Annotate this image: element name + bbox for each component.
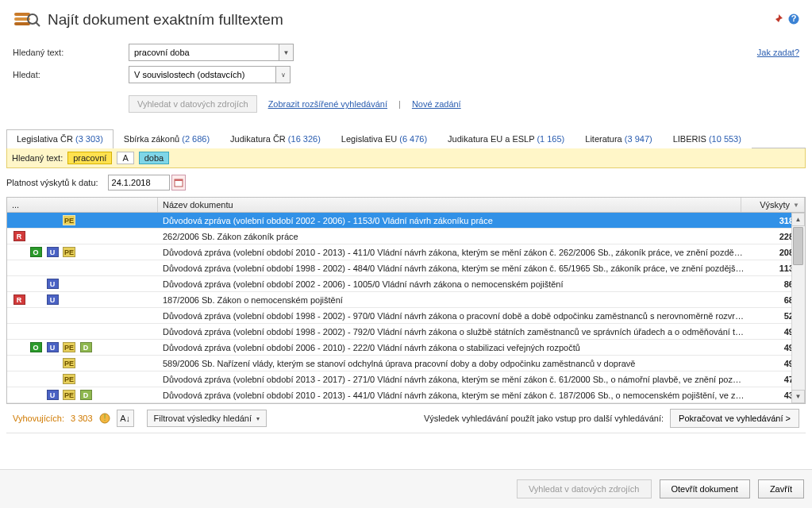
row-badges: OUPED (7, 342, 158, 352)
badge-u: U (47, 279, 59, 289)
search-text-row: Hledaný text: ▼ Jak zadat? (0, 41, 812, 64)
row-badges: OUPE (7, 247, 158, 257)
table-row[interactable]: PE589/2006 Sb. Nařízení vlády, kterým se… (7, 356, 805, 371)
search-text-input[interactable] (129, 44, 279, 61)
column-header-count-label: Výskyty (760, 200, 790, 210)
advanced-search-link[interactable]: Zobrazit rozšířené vyhledávání (268, 99, 387, 109)
table-row[interactable]: RU187/2006 Sb. Zákon o nemocenském pojiš… (7, 292, 805, 308)
svg-rect-2 (14, 22, 30, 25)
tab-sb-rka-z-kon-[interactable]: Sbírka zákonů (2 686) (114, 129, 220, 148)
row-name: 187/2006 Sb. Zákon o nemocenském pojiště… (158, 295, 749, 305)
close-button[interactable]: Zavřít (758, 479, 804, 498)
table-row[interactable]: OUPEDDůvodová zpráva (volební období 200… (7, 340, 805, 356)
badge-u: U (47, 247, 59, 257)
search-text-label: Hledaný text: (13, 48, 129, 57)
badge-pe: PE (63, 390, 75, 400)
svg-line-4 (36, 22, 40, 26)
calendar-button[interactable] (171, 175, 186, 190)
row-badges: PE (7, 215, 158, 225)
tab-judikatura-eu-a-eslp[interactable]: Judikatura EU a ESLP (1 165) (437, 129, 575, 148)
scroll-down-button[interactable]: ▼ (791, 390, 805, 403)
row-badges: UPED (7, 390, 158, 400)
search-scope-select[interactable] (129, 66, 276, 83)
new-query-link[interactable]: Nové zadání (412, 99, 461, 109)
row-name: Důvodová zpráva (volební období 2002 - 2… (158, 279, 749, 289)
column-header-name[interactable]: Název dokumentu (158, 198, 741, 212)
scroll-up-button[interactable]: ▲ (791, 213, 805, 226)
row-badges: PE (7, 374, 158, 384)
search-sources-button: Vyhledat v datových zdrojích (517, 479, 652, 498)
row-name: Důvodová zpráva (volební období 1998 - 2… (158, 311, 749, 321)
how-to-enter-link[interactable]: Jak zadat? (757, 48, 799, 57)
tab-label: LIBERIS (673, 134, 706, 144)
sort-az-button[interactable]: A↓ (117, 410, 134, 427)
search-text-dropdown-button[interactable]: ▼ (279, 44, 294, 61)
query-operator[interactable]: A (117, 152, 133, 164)
validity-date-label: Platnost výskytů k datu: (6, 178, 98, 187)
svg-rect-8 (175, 179, 183, 181)
tab-liberis[interactable]: LIBERIS (10 553) (663, 129, 752, 148)
table-row[interactable]: Důvodová zpráva (volební období 1998 - 2… (7, 260, 805, 276)
sort-az-icon: A↓ (120, 414, 130, 423)
tab-label: Legislativa ČR (17, 134, 73, 144)
tab-judikatura-r[interactable]: Judikatura ČR (16 326) (220, 129, 331, 148)
separator: | (398, 99, 401, 109)
badge-pe: PE (63, 374, 75, 384)
tab-label: Judikatura EU a ESLP (448, 134, 534, 144)
table-row[interactable]: PEDůvodová zpráva (volební období 2002 -… (7, 213, 805, 229)
table-row[interactable]: Důvodová zpráva (volební období 1998 - 2… (7, 324, 805, 340)
svg-text:?: ? (791, 13, 797, 23)
badge-u: U (47, 342, 59, 352)
table-row[interactable]: PEDůvodová zpráva (volební období 2013 -… (7, 371, 805, 387)
badge-d: D (80, 342, 92, 352)
warning-icon[interactable]: ! (99, 413, 110, 424)
app-icon (13, 8, 41, 32)
row-badges: RU (7, 294, 158, 305)
table-row[interactable]: R262/2006 Sb. Zákon zákoník práce228 (7, 229, 805, 244)
search-sources-button-disabled: Vyhledat v datových zdrojích (129, 95, 257, 113)
scroll-thumb[interactable] (793, 227, 803, 265)
chevron-down-icon: ▼ (283, 49, 290, 56)
table-row[interactable]: UDůvodová zpráva (volební období 2002 - … (7, 276, 805, 292)
row-name: Důvodová zpráva (volební období 2006 - 2… (158, 343, 749, 352)
query-terms-bar: Hledaný text: pracovní A doba (6, 148, 806, 168)
badge-o: O (30, 247, 42, 257)
column-header-count[interactable]: Výskyty ▼ (741, 198, 805, 212)
tab-label: Legislativa EU (341, 134, 397, 144)
open-document-button[interactable]: Otevřít dokument (660, 479, 750, 498)
pin-icon[interactable] (772, 13, 783, 26)
badge-pe: PE (63, 247, 75, 257)
badge-d: D (80, 390, 92, 400)
results-footer: Vyhovujících: 3 303 ! A↓ Filtrovat výsle… (6, 403, 806, 433)
table-row[interactable]: OUPEDůvodová zpráva (volební období 2010… (7, 244, 805, 260)
validity-date-input[interactable] (108, 175, 170, 190)
tab-count: (16 326) (288, 134, 321, 144)
query-term-1[interactable]: pracovní (67, 152, 112, 164)
table-row[interactable]: Důvodová zpráva (volební období 1998 - 2… (7, 308, 805, 324)
query-term-2[interactable]: doba (139, 152, 169, 164)
tab-count: (3 303) (75, 134, 103, 144)
search-scope-label: Hledat: (13, 70, 129, 79)
row-badges: PE (7, 358, 158, 368)
help-icon[interactable]: ? (788, 13, 799, 26)
search-scope-dropdown-button[interactable]: ∨ (276, 66, 291, 83)
continue-search-button[interactable]: Pokračovat ve vyhledávání > (670, 409, 799, 428)
grid-body: PEDůvodová zpráva (volební období 2002 -… (7, 213, 805, 403)
badge-r: R (13, 231, 25, 241)
tab-literatura[interactable]: Literatura (3 947) (575, 129, 662, 148)
row-name: Důvodová zpráva (volební období 2010 - 2… (158, 248, 749, 257)
continue-search-text: Výsledek vyhledávání použít jako vstup p… (424, 414, 664, 423)
badge-r: R (13, 294, 25, 305)
tab-legislativa-r[interactable]: Legislativa ČR (3 303) (6, 129, 114, 148)
tab-count: (3 947) (625, 134, 652, 144)
tab-label: Literatura (585, 134, 622, 144)
filter-results-button[interactable]: Filtrovat výsledky hledání ▾ (147, 410, 267, 427)
column-header-badges[interactable]: ... (7, 198, 158, 212)
calendar-icon (174, 178, 183, 187)
table-row[interactable]: UPEDDůvodová zpráva (volební období 2010… (7, 387, 805, 403)
filter-results-label: Filtrovat výsledky hledání (154, 414, 252, 423)
tab-legislativa-eu[interactable]: Legislativa EU (6 476) (331, 129, 437, 148)
badge-u: U (47, 294, 59, 305)
search-actions-row: Vyhledat v datových zdrojích Zobrazit ro… (0, 86, 812, 122)
scrollbar[interactable]: ▲ ▼ (791, 213, 805, 403)
